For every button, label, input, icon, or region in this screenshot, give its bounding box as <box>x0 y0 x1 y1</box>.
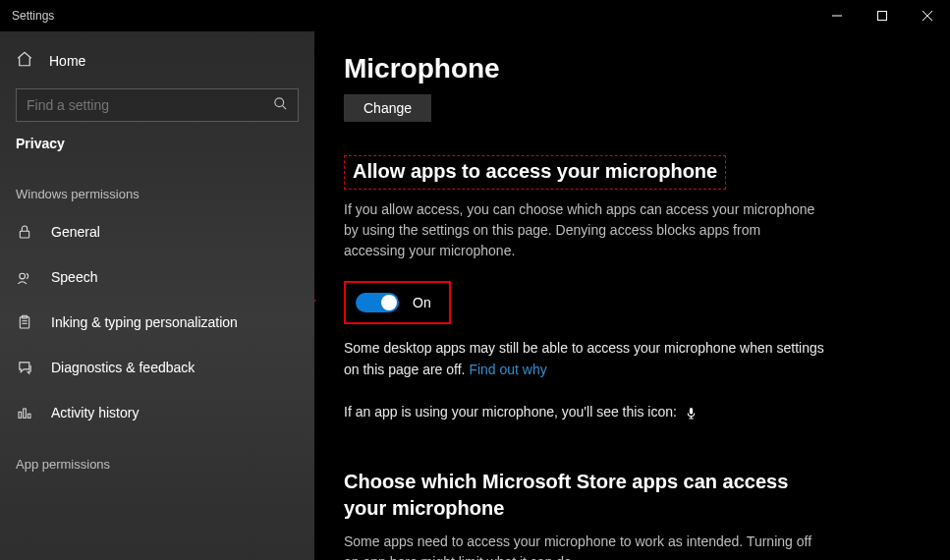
category-title: Privacy <box>0 136 314 151</box>
sidebar-item-speech[interactable]: Speech <box>0 254 314 300</box>
window-title: Settings <box>0 9 814 23</box>
annotation-arrow <box>314 271 344 383</box>
speech-icon <box>16 269 33 286</box>
change-button[interactable]: Change <box>344 94 431 122</box>
svg-point-7 <box>19 273 25 279</box>
sidebar-item-label: Inking & typing personalization <box>51 314 238 330</box>
usage-icon-note: If an app is using your microphone, you'… <box>344 402 835 423</box>
section-store-apps-title: Choose which Microsoft Store apps can ac… <box>344 469 815 522</box>
allow-access-toggle-highlight: On <box>344 281 451 324</box>
close-button[interactable] <box>905 0 950 31</box>
search-input[interactable] <box>27 97 273 113</box>
svg-rect-15 <box>690 408 693 415</box>
minimize-button[interactable] <box>814 0 860 31</box>
group-app-permissions: App permissions <box>0 457 314 472</box>
group-windows-permissions: Windows permissions <box>0 187 314 201</box>
svg-point-4 <box>275 97 284 106</box>
desktop-apps-note: Some desktop apps may still be able to a… <box>344 338 835 380</box>
page-title: Microphone <box>344 53 950 84</box>
lock-icon <box>16 224 33 240</box>
home-label: Home <box>49 53 85 69</box>
svg-rect-14 <box>28 414 30 418</box>
sidebar-item-activity[interactable]: Activity history <box>0 390 314 435</box>
sidebar-item-label: General <box>51 224 100 240</box>
sidebar-item-label: Activity history <box>51 405 139 420</box>
sidebar: Home Privacy Windows permissions General… <box>0 31 314 560</box>
svg-line-5 <box>282 105 286 109</box>
sidebar-item-label: Speech <box>51 269 97 285</box>
content-pane: Microphone Change Allow apps to access y… <box>314 31 950 560</box>
svg-rect-12 <box>19 412 22 418</box>
sidebar-item-inking[interactable]: Inking & typing personalization <box>0 300 314 345</box>
svg-rect-13 <box>24 409 27 418</box>
search-box[interactable] <box>16 88 299 122</box>
section-store-apps-body: Some apps need to access your microphone… <box>344 532 815 560</box>
section-allow-apps-body: If you allow access, you can choose whic… <box>344 199 815 261</box>
find-out-why-link[interactable]: Find out why <box>469 362 546 377</box>
titlebar: Settings <box>0 0 950 31</box>
search-icon <box>273 96 288 115</box>
microphone-icon <box>685 406 698 420</box>
svg-rect-1 <box>878 12 887 21</box>
feedback-icon <box>16 360 33 376</box>
history-icon <box>16 405 33 420</box>
maximize-button[interactable] <box>860 0 905 31</box>
toggle-state-label: On <box>413 295 431 310</box>
sidebar-item-general[interactable]: General <box>0 209 314 254</box>
home-icon <box>16 50 33 72</box>
home-nav[interactable]: Home <box>0 39 314 83</box>
sidebar-item-label: Diagnostics & feedback <box>51 360 195 375</box>
sidebar-item-diagnostics[interactable]: Diagnostics & feedback <box>0 345 314 390</box>
svg-rect-6 <box>20 231 28 238</box>
allow-access-toggle[interactable] <box>356 293 399 312</box>
clipboard-icon <box>16 314 33 330</box>
section-allow-apps-title: Allow apps to access your microphone <box>344 155 726 190</box>
